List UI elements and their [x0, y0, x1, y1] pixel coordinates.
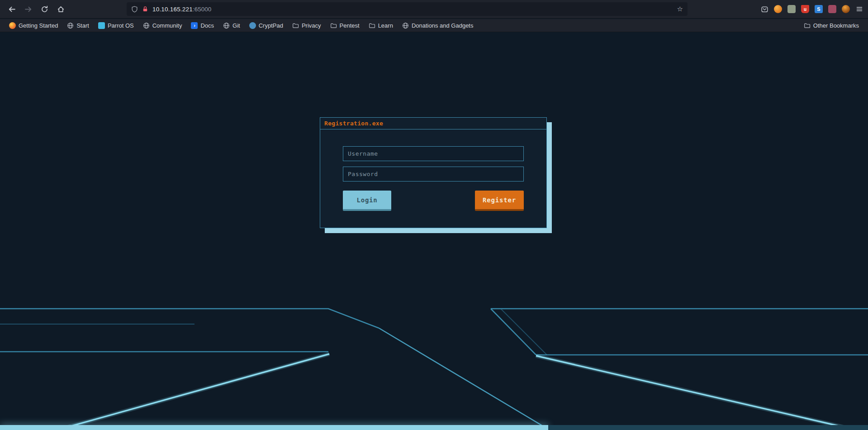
registration-form: Login Register — [320, 129, 546, 211]
bookmark-getting-started[interactable]: Getting Started — [5, 21, 62, 30]
home-icon — [57, 5, 65, 13]
other-bookmarks-label: Other Bookmarks — [813, 22, 859, 29]
bookmark-community[interactable]: Community — [139, 21, 186, 30]
extension-icon-3[interactable] — [828, 5, 836, 13]
bookmark-label: Community — [152, 22, 182, 29]
bookmark-label: Privacy — [302, 22, 321, 29]
bookmark-label: Pentest — [340, 22, 360, 29]
bookmark-privacy[interactable]: Privacy — [289, 21, 325, 30]
globe-icon — [67, 22, 74, 29]
button-row: Login Register — [343, 191, 524, 211]
tracking-protection-shield-icon[interactable] — [131, 6, 138, 13]
other-bookmarks[interactable]: Other Bookmarks — [800, 21, 863, 30]
globe-icon — [402, 22, 409, 29]
register-button[interactable]: Register — [475, 191, 524, 211]
bookmark-label: Learn — [378, 22, 393, 29]
reload-icon — [41, 5, 48, 13]
bookmark-label: Git — [232, 22, 240, 29]
globe-icon — [143, 22, 150, 29]
docs-icon: › — [191, 22, 198, 29]
home-button[interactable] — [53, 2, 68, 16]
forward-button[interactable] — [21, 2, 35, 16]
cryptpad-icon — [249, 22, 256, 29]
password-input[interactable] — [343, 167, 524, 182]
bookmark-label: CryptPad — [259, 22, 283, 29]
bottom-accent-bar — [0, 425, 548, 430]
bookmark-star-icon[interactable]: ☆ — [677, 5, 683, 13]
bookmark-donations-and-gadgets[interactable]: Donations and Gadgets — [398, 21, 477, 30]
bookmark-pentest[interactable]: Pentest — [327, 21, 363, 30]
folder-icon — [804, 22, 811, 29]
reload-button[interactable] — [37, 2, 52, 16]
folder-icon — [369, 22, 375, 29]
window-title: Registration.exe — [324, 120, 383, 127]
back-arrow-icon — [8, 5, 16, 13]
bookmark-learn[interactable]: Learn — [365, 21, 397, 30]
bookmark-label: Getting Started — [19, 22, 58, 29]
profile-avatar-icon[interactable] — [774, 5, 782, 13]
bookmark-cryptpad[interactable]: CryptPad — [246, 21, 287, 30]
parrot-icon — [98, 22, 105, 29]
bookmark-label: Parrot OS — [108, 22, 134, 29]
tron-background-lines — [0, 33, 868, 430]
forward-arrow-icon — [24, 5, 32, 13]
registration-window: Registration.exe Login Register — [320, 117, 547, 228]
extension-icon-1[interactable] — [787, 5, 796, 13]
browser-toolbar: 10.10.165.221:65000 ☆ u S — [0, 0, 868, 19]
bookmark-git[interactable]: Git — [219, 21, 244, 30]
extension-icon-4[interactable] — [842, 5, 850, 13]
insecure-lock-icon[interactable] — [142, 6, 148, 12]
username-input[interactable] — [343, 146, 524, 161]
ublock-origin-icon[interactable]: u — [801, 5, 809, 13]
extension-icon-2[interactable]: S — [815, 5, 823, 13]
folder-icon — [292, 22, 299, 29]
back-button[interactable] — [5, 2, 19, 16]
bookmark-parrot-os[interactable]: Parrot OS — [95, 21, 138, 30]
url-host: 10.10.165.221 — [152, 6, 193, 13]
bookmarks-toolbar: Getting Started Start Parrot OS Communit… — [0, 19, 868, 32]
bookmark-docs[interactable]: › Docs — [187, 21, 218, 30]
firefox-icon — [9, 22, 16, 29]
menu-hamburger-icon[interactable] — [855, 5, 863, 13]
extension-toolbar: u S — [760, 5, 863, 13]
login-button[interactable]: Login — [343, 191, 391, 211]
folder-icon — [330, 22, 337, 29]
bookmark-label: Docs — [200, 22, 214, 29]
page-viewport: Registration.exe Login Register — [0, 33, 868, 430]
window-titlebar: Registration.exe — [320, 118, 546, 129]
url-port: :65000 — [193, 6, 211, 13]
bookmark-label: Donations and Gadgets — [412, 22, 474, 29]
globe-icon — [223, 22, 230, 29]
url-bar[interactable]: 10.10.165.221:65000 ☆ — [127, 2, 688, 16]
pocket-icon[interactable] — [760, 5, 768, 13]
bookmark-label: Start — [76, 22, 89, 29]
bookmark-start[interactable]: Start — [63, 21, 92, 30]
bottom-accent-bar-dim — [548, 425, 868, 430]
